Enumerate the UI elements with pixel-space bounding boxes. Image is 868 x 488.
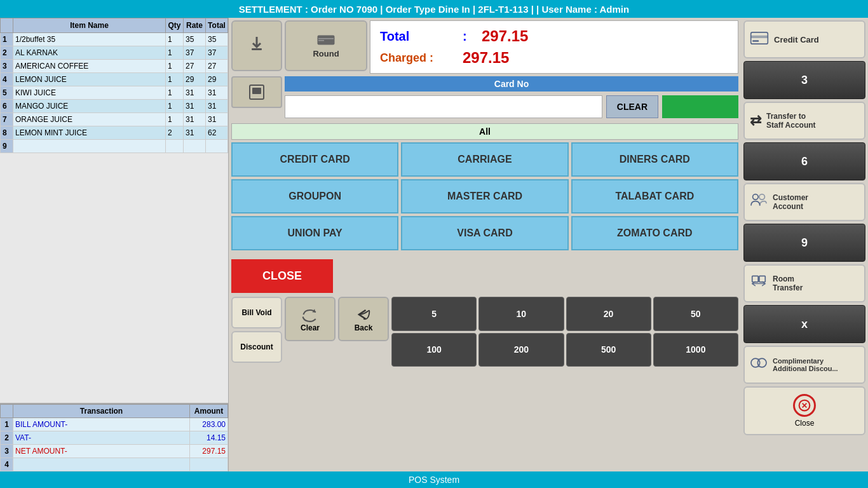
discount-button[interactable]: Discount bbox=[231, 331, 282, 363]
svg-rect-0 bbox=[252, 48, 262, 50]
row-num: 4 bbox=[1, 73, 13, 86]
order-table: Item Name Qty Rate Total 1 1/2buffet 35 … bbox=[0, 18, 228, 403]
charged-value: 297.15 bbox=[463, 49, 509, 67]
tr-label: VAT- bbox=[13, 431, 190, 445]
row-qty: 1 bbox=[166, 46, 184, 60]
row-total: 29 bbox=[206, 73, 228, 86]
amount-10[interactable]: 10 bbox=[478, 297, 564, 331]
diners-card-button[interactable]: DINERS CARD bbox=[571, 142, 738, 177]
card-type-grid: CREDIT CARD CARRIAGE DINERS CARD GROUPON… bbox=[231, 142, 738, 250]
row-item: LEMON JUICE bbox=[13, 73, 166, 86]
complimentary-button[interactable]: ComplimentaryAdditional Discou... bbox=[743, 346, 865, 384]
quick-amounts-grid: 5 10 20 50 100 200 500 1000 bbox=[391, 297, 738, 367]
svg-rect-2 bbox=[318, 38, 334, 39]
zomato-card-button[interactable]: ZOMATO CARD bbox=[571, 216, 738, 250]
num-3-button[interactable]: 3 bbox=[743, 61, 865, 99]
row-item: AL KARNAK bbox=[13, 46, 166, 60]
amount-100[interactable]: 100 bbox=[391, 333, 477, 367]
order-table-row: 1 1/2buffet 35 1 35 35 bbox=[1, 33, 228, 46]
order-table-row: 9 bbox=[1, 140, 228, 153]
order-table-row: 5 KIWI JUICE 1 31 31 bbox=[1, 86, 228, 100]
download-button[interactable] bbox=[231, 20, 282, 71]
order-table-row: 3 AMERICAN COFFEE 1 27 27 bbox=[1, 60, 228, 73]
svg-rect-8 bbox=[752, 40, 759, 42]
tr-num: 1 bbox=[1, 418, 13, 431]
tr-col-transaction: Transaction bbox=[13, 405, 190, 418]
row-rate: 31 bbox=[184, 100, 206, 113]
row-total: 27 bbox=[206, 60, 228, 73]
total-label: Total bbox=[380, 29, 463, 44]
total-display: Total : 297.15 Charged : 297.15 bbox=[370, 20, 738, 74]
tr-col-num bbox=[1, 405, 13, 418]
charged-label: Charged : bbox=[380, 51, 463, 65]
amount-20[interactable]: 20 bbox=[566, 297, 651, 331]
back-button[interactable]: Back bbox=[338, 297, 389, 341]
tr-amount: 283.00 bbox=[190, 418, 228, 431]
back-label: Back bbox=[355, 323, 373, 332]
room-transfer-label: RoomTransfer bbox=[773, 274, 803, 292]
svg-rect-3 bbox=[318, 40, 324, 41]
card-number-input[interactable] bbox=[285, 95, 602, 118]
clear-card-button[interactable]: CLEAR bbox=[606, 95, 658, 118]
num-9-button[interactable]: 9 bbox=[743, 224, 865, 262]
num-x-button[interactable]: x bbox=[743, 305, 865, 343]
row-num: 2 bbox=[1, 46, 13, 60]
row-rate bbox=[184, 140, 206, 153]
customer-account-button[interactable]: CustomerAccount bbox=[743, 183, 865, 221]
col-rate: Rate bbox=[184, 18, 206, 33]
carriage-button[interactable]: CARRIAGE bbox=[401, 142, 568, 177]
round-button[interactable]: 💵 Round bbox=[285, 20, 367, 71]
amount-500[interactable]: 500 bbox=[566, 333, 651, 367]
row-num: 5 bbox=[1, 86, 13, 100]
secondary-icon-btn[interactable] bbox=[231, 76, 282, 108]
row-num: 1 bbox=[1, 33, 13, 46]
row-total: 37 bbox=[206, 46, 228, 60]
room-transfer-button[interactable]: RoomTransfer bbox=[743, 264, 865, 302]
customer-account-label: CustomerAccount bbox=[773, 193, 808, 211]
row-rate: 31 bbox=[184, 86, 206, 100]
tr-label: NET AMOUNT- bbox=[13, 445, 190, 458]
num-6-button[interactable]: 6 bbox=[743, 142, 865, 180]
footer-bar: POS System bbox=[0, 471, 868, 488]
tr-num: 3 bbox=[1, 445, 13, 458]
credit-card-button[interactable]: CREDIT CARD bbox=[231, 142, 398, 177]
right-credit-card-button[interactable]: Credit Card bbox=[743, 20, 865, 58]
groupon-button[interactable]: GROUPON bbox=[231, 179, 398, 214]
row-item: KIWI JUICE bbox=[13, 86, 166, 100]
order-table-row: 8 LEMON MINT JUICE 2 31 62 bbox=[1, 126, 228, 140]
footer-text: POS System bbox=[409, 475, 459, 485]
row-qty: 1 bbox=[166, 86, 184, 100]
master-card-button[interactable]: MASTER CARD bbox=[401, 179, 568, 214]
row-qty: 1 bbox=[166, 33, 184, 46]
amount-1000[interactable]: 1000 bbox=[653, 333, 738, 367]
transaction-row: 1 BILL AMOUNT- 283.00 bbox=[1, 418, 228, 431]
row-num: 3 bbox=[1, 60, 13, 73]
card-no-label: Card No bbox=[285, 76, 738, 92]
svg-point-10 bbox=[759, 194, 765, 200]
row-num: 6 bbox=[1, 100, 13, 113]
row-num: 8 bbox=[1, 126, 13, 140]
tr-label bbox=[13, 458, 190, 471]
row-total: 31 bbox=[206, 86, 228, 100]
close-circle-icon bbox=[793, 394, 816, 417]
amount-5[interactable]: 5 bbox=[391, 297, 477, 331]
row-total: 31 bbox=[206, 113, 228, 126]
clear-label: Clear bbox=[301, 323, 320, 332]
credit-card-label: Credit Card bbox=[774, 35, 819, 44]
visa-card-button[interactable]: VISA CARD bbox=[401, 216, 568, 250]
header-text: SETTLEMENT : Order NO 7090 | Order Type … bbox=[239, 4, 629, 15]
amount-50[interactable]: 50 bbox=[653, 297, 738, 331]
transfer-staff-button[interactable]: ⇄ Transfer toStaff Account bbox=[743, 102, 865, 140]
total-colon: : bbox=[463, 29, 482, 44]
close-circle-button[interactable]: Close bbox=[743, 386, 865, 435]
close-button[interactable]: CLOSE bbox=[231, 259, 333, 293]
tr-num: 2 bbox=[1, 431, 13, 445]
union-pay-button[interactable]: UNION PAY bbox=[231, 216, 398, 250]
bill-void-button[interactable]: Bill Void bbox=[231, 297, 282, 329]
col-qty: Qty bbox=[166, 18, 184, 33]
talabat-card-button[interactable]: TALABAT CARD bbox=[571, 179, 738, 214]
transfer-label: Transfer toStaff Account bbox=[766, 112, 816, 130]
amount-200[interactable]: 200 bbox=[478, 333, 564, 367]
complimentary-icon bbox=[750, 355, 768, 374]
clear-button[interactable]: Clear bbox=[285, 297, 336, 341]
